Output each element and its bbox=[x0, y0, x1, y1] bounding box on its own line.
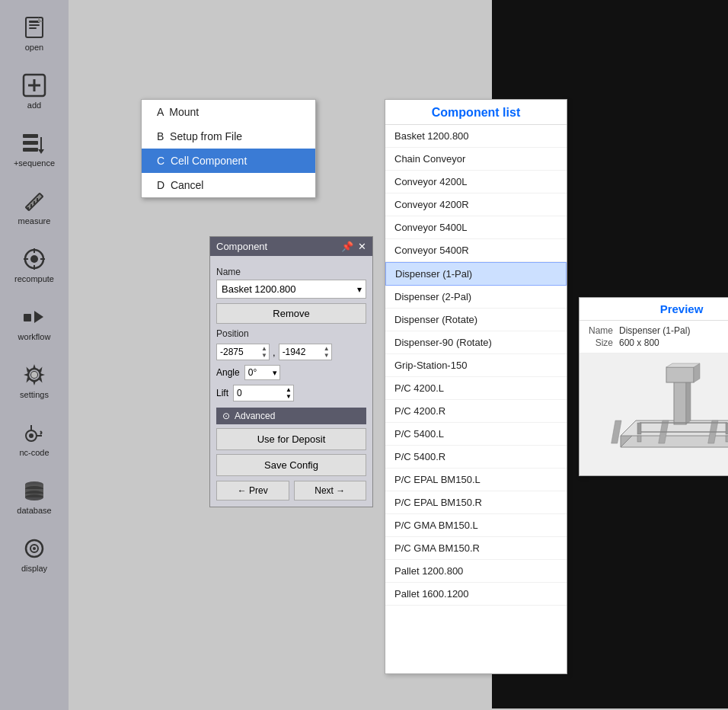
sidebar-item-open[interactable]: open bbox=[4, 8, 65, 58]
name-select[interactable]: Basket 1200.800 bbox=[216, 280, 366, 299]
list-item-selected[interactable]: Dispenser (1-Pal) bbox=[385, 262, 567, 286]
dropdown-item-setup-from-file[interactable]: B Setup from File bbox=[142, 124, 315, 149]
svg-rect-7 bbox=[23, 134, 38, 138]
dropdown-item-mount[interactable]: A Mount bbox=[142, 100, 315, 124]
preview-svg bbox=[598, 356, 728, 474]
sidebar-item-nc-code[interactable]: nc-code bbox=[4, 413, 65, 463]
prev-button[interactable]: ← Prev bbox=[216, 481, 289, 501]
list-item[interactable]: Conveyor 5400R bbox=[385, 239, 567, 262]
svg-rect-23 bbox=[24, 314, 31, 321]
list-item[interactable]: P/C 5400.L bbox=[385, 423, 567, 446]
list-item[interactable]: Dispenser-90 (Rotate) bbox=[385, 331, 567, 354]
list-item[interactable]: Grip-Station-150 bbox=[385, 354, 567, 377]
svg-rect-48 bbox=[611, 421, 621, 443]
lift-field[interactable] bbox=[237, 388, 283, 398]
advanced-header: ⊙ Advanced bbox=[216, 408, 366, 424]
angle-select[interactable]: 0° 90° 180° 270° bbox=[244, 365, 280, 380]
svg-point-27 bbox=[31, 372, 37, 378]
sidebar-item-settings[interactable]: settings bbox=[4, 355, 65, 405]
sidebar-measure-label: measure bbox=[18, 216, 51, 225]
svg-rect-2 bbox=[29, 24, 40, 26]
position-x-down-arrow[interactable]: ▼ bbox=[261, 352, 267, 359]
svg-point-18 bbox=[30, 255, 38, 263]
position-x-up-arrow[interactable]: ▲ bbox=[261, 345, 267, 352]
list-item[interactable]: P/C EPAL BM150.L bbox=[385, 469, 567, 491]
list-item[interactable]: Pallet 1600.1200 bbox=[385, 583, 567, 606]
position-x-field[interactable] bbox=[220, 347, 260, 357]
list-item[interactable]: P/C 5400.R bbox=[385, 446, 567, 469]
position-y-input[interactable]: ▲ ▼ bbox=[279, 344, 332, 360]
list-item[interactable]: Conveyor 5400L bbox=[385, 216, 567, 239]
list-item[interactable]: Chain Conveyor bbox=[385, 148, 567, 171]
component-panel-title: Component bbox=[216, 241, 267, 252]
measure-icon bbox=[21, 187, 48, 215]
preview-image bbox=[580, 353, 728, 475]
sidebar-display-label: display bbox=[21, 564, 47, 573]
sidebar-item-add[interactable]: add bbox=[4, 66, 65, 116]
name-field-label: Name bbox=[216, 267, 366, 277]
advanced-toggle-icon[interactable]: ⊙ bbox=[222, 411, 230, 421]
use-for-deposit-button[interactable]: Use for Deposit bbox=[216, 428, 366, 450]
sidebar-item-display[interactable]: display bbox=[4, 529, 65, 579]
list-item[interactable]: Dispenser (Rotate) bbox=[385, 309, 567, 331]
lift-down-arrow[interactable]: ▼ bbox=[286, 393, 292, 400]
database-icon bbox=[21, 477, 48, 504]
position-y-field[interactable] bbox=[283, 347, 322, 357]
dropdown-item-cancel[interactable]: D Cancel bbox=[142, 173, 315, 197]
svg-rect-3 bbox=[29, 27, 37, 29]
position-field-label: Position bbox=[216, 328, 366, 339]
sidebar-item-database[interactable]: database bbox=[4, 471, 65, 521]
lift-label: Lift bbox=[216, 388, 228, 398]
position-x-arrows: ▲ ▼ bbox=[261, 345, 267, 359]
component-list[interactable]: Basket 1200.800 Chain Conveyor Conveyor … bbox=[385, 125, 567, 673]
remove-button[interactable]: Remove bbox=[216, 303, 366, 324]
list-item[interactable]: Conveyor 4200L bbox=[385, 171, 567, 193]
svg-line-33 bbox=[40, 433, 42, 434]
lift-up-arrow[interactable]: ▲ bbox=[286, 386, 292, 393]
svg-rect-8 bbox=[23, 141, 38, 145]
sidebar-database-label: database bbox=[17, 506, 51, 515]
list-item[interactable]: P/C 4200.R bbox=[385, 400, 567, 423]
svg-point-40 bbox=[25, 494, 43, 501]
sidebar-recompute-label: recompute bbox=[14, 274, 54, 283]
nav-row: ← Prev Next → bbox=[216, 481, 366, 501]
list-item[interactable]: Basket 1200.800 bbox=[385, 125, 567, 148]
angle-label: Angle bbox=[216, 367, 240, 378]
position-x-input[interactable]: ▲ ▼ bbox=[216, 344, 270, 360]
list-item[interactable]: Pallet 1200.800 bbox=[385, 560, 567, 583]
dropdown-item-cell-component[interactable]: C Cell Component bbox=[142, 149, 315, 173]
preview-info: Name Dispenser (1-Pal) Size 600 x 800 bbox=[580, 321, 728, 353]
list-item[interactable]: P/C EPAL BM150.R bbox=[385, 491, 567, 514]
position-separator: , bbox=[273, 347, 276, 358]
lift-arrows: ▲ ▼ bbox=[286, 386, 292, 400]
svg-point-29 bbox=[29, 433, 34, 438]
list-item[interactable]: P/C GMA BM150.R bbox=[385, 537, 567, 560]
preview-size-value: 600 x 800 bbox=[619, 337, 728, 348]
list-item[interactable]: Conveyor 4200R bbox=[385, 193, 567, 216]
sidebar-item-measure[interactable]: measure bbox=[4, 181, 65, 232]
advanced-label: Advanced bbox=[235, 411, 275, 421]
position-y-down-arrow[interactable]: ▼ bbox=[324, 352, 330, 359]
sidebar-nc-code-label: nc-code bbox=[19, 448, 49, 457]
next-button[interactable]: Next → bbox=[294, 481, 367, 501]
sidebar-item-recompute[interactable]: recompute bbox=[4, 239, 65, 289]
list-item[interactable]: P/C GMA BM150.L bbox=[385, 514, 567, 537]
pin-icon: 📌 bbox=[341, 241, 353, 252]
close-icon[interactable]: ✕ bbox=[358, 241, 366, 252]
component-panel-header-icons: 📌 ✕ bbox=[341, 241, 366, 252]
save-config-button[interactable]: Save Config bbox=[216, 454, 366, 476]
settings-icon bbox=[21, 361, 48, 389]
sidebar-item-sequence[interactable]: +sequence bbox=[4, 123, 65, 174]
recompute-icon bbox=[21, 245, 48, 273]
svg-rect-61 bbox=[637, 423, 641, 434]
sidebar-item-workflow[interactable]: workflow bbox=[4, 297, 65, 347]
list-item[interactable]: Dispenser (2-Pal) bbox=[385, 286, 567, 309]
angle-row: Angle 0° 90° 180° 270° bbox=[216, 365, 366, 380]
list-item[interactable]: P/C 4200.L bbox=[385, 377, 567, 400]
add-dropdown-menu: A Mount B Setup from File C Cell Compone… bbox=[141, 99, 316, 198]
sidebar-settings-label: settings bbox=[20, 390, 49, 399]
lift-input-wrapper[interactable]: ▲ ▼ bbox=[233, 385, 294, 401]
sequence-icon bbox=[21, 130, 48, 157]
sidebar: open add +sequence bbox=[0, 0, 69, 710]
position-y-up-arrow[interactable]: ▲ bbox=[324, 345, 330, 352]
